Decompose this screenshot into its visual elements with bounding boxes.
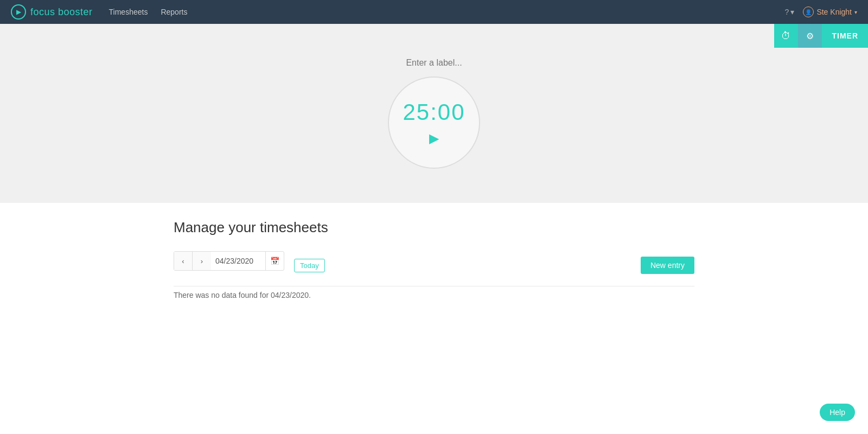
user-dropdown-icon: ▾ [854,9,857,15]
timer-settings-button[interactable]: ⚙ [798,24,822,48]
clock-icon: ⏱ [781,30,791,42]
settings-gear-icon: ⚙ [806,31,814,41]
date-input[interactable] [211,252,265,270]
brand[interactable]: ▶ focus booster [11,4,93,20]
play-button[interactable]: ▶ [429,131,439,146]
user-name-label: Ste Knight [816,8,852,16]
user-avatar-icon: 👤 [803,7,814,17]
timer-button-label: TIMER [832,31,858,40]
timer-section: 25:00 ▶ [0,24,868,203]
user-menu-button[interactable]: 👤 Ste Knight ▾ [803,7,857,17]
navbar-right: ? ▾ 👤 Ste Knight ▾ [785,7,857,17]
task-label-input[interactable] [353,58,515,68]
main-content: Manage your timesheets ‹ › 📅 Today New e… [0,203,868,434]
nav-timesheets[interactable]: Timesheets [109,8,148,16]
timer-widget: ⏱ ⚙ TIMER [774,24,868,48]
navbar: ▶ focus booster Timesheets Reports ? ▾ 👤… [0,0,868,24]
timer-label-button[interactable]: TIMER [822,24,868,48]
help-dropdown-icon: ▾ [790,8,794,16]
calendar-icon-button[interactable]: 📅 [265,252,284,270]
today-button[interactable]: Today [294,259,325,272]
no-data-message: There was no data found for 04/23/2020. [174,291,694,299]
nav-links: Timesheets Reports [109,8,188,16]
date-row: ‹ › 📅 Today New entry [174,251,694,279]
next-date-button[interactable]: › [193,252,211,270]
date-navigator: ‹ › 📅 [174,251,284,271]
brand-name: focus booster [30,7,93,18]
timer-display: 25:00 [403,99,465,125]
prev-date-button[interactable]: ‹ [174,252,193,270]
date-input-wrapper: 📅 [211,252,284,270]
divider [174,286,694,286]
help-question-icon: ? [785,8,789,16]
help-float-button[interactable]: Help [820,404,855,421]
play-icon-brand: ▶ [16,8,21,16]
brand-icon: ▶ [11,4,26,20]
new-entry-button[interactable]: New entry [641,257,694,274]
timer-clock-button[interactable]: ⏱ [774,24,798,48]
timer-circle[interactable]: 25:00 ▶ [388,76,480,169]
nav-reports[interactable]: Reports [161,8,187,16]
section-title: Manage your timesheets [174,219,694,236]
help-nav-button[interactable]: ? ▾ [785,8,795,16]
